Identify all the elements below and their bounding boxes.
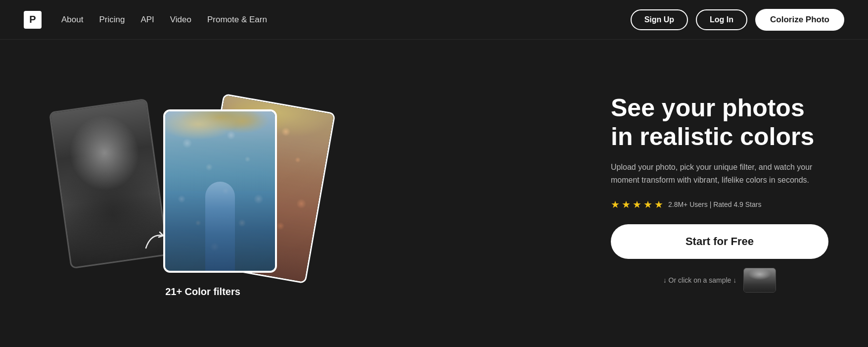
hero-images: 21+ Color filters bbox=[30, 75, 376, 312]
nav-links: About Pricing API Video Promote & Earn bbox=[61, 15, 267, 25]
navbar: P About Pricing API Video Promote & Earn… bbox=[0, 0, 868, 40]
hero-content: See your photos in realistic colors Uplo… bbox=[591, 94, 828, 292]
star-5: ★ bbox=[654, 198, 663, 210]
rating-row: ★ ★ ★ ★ ★ 2.8M+ Users | Rated 4.9 Stars bbox=[611, 198, 828, 210]
colorize-button[interactable]: Colorize Photo bbox=[755, 9, 844, 31]
nav-about[interactable]: About bbox=[61, 15, 83, 25]
login-button[interactable]: Log In bbox=[696, 9, 747, 30]
arrow-decoration bbox=[141, 228, 171, 257]
star-4: ★ bbox=[643, 198, 652, 210]
sample-text: ↓ Or click on a sample ↓ bbox=[663, 276, 737, 284]
logo[interactable]: P bbox=[24, 11, 42, 29]
color-filters-label: 21+ Color filters bbox=[165, 286, 240, 297]
person-silhouette bbox=[205, 182, 235, 271]
sample-thumbnail[interactable] bbox=[743, 268, 776, 293]
star-rating: ★ ★ ★ ★ ★ bbox=[611, 198, 663, 210]
sample-row: ↓ Or click on a sample ↓ bbox=[611, 268, 828, 293]
navbar-right: Sign Up Log In Colorize Photo bbox=[631, 9, 844, 31]
star-3: ★ bbox=[633, 198, 641, 210]
nav-video[interactable]: Video bbox=[170, 15, 191, 25]
signup-button[interactable]: Sign Up bbox=[631, 9, 688, 30]
hero-title: See your photos in realistic colors bbox=[611, 94, 828, 151]
hero-section: 21+ Color filters See your photos in rea… bbox=[0, 40, 868, 347]
nav-api[interactable]: API bbox=[140, 15, 154, 25]
photo-center-card bbox=[163, 109, 277, 273]
sample-thumb-image bbox=[744, 268, 776, 292]
logo-text: P bbox=[29, 14, 36, 25]
start-free-button[interactable]: Start for Free bbox=[611, 224, 828, 259]
nav-pricing[interactable]: Pricing bbox=[99, 15, 125, 25]
nav-promote[interactable]: Promote & Earn bbox=[207, 15, 267, 25]
rating-text: 2.8M+ Users | Rated 4.9 Stars bbox=[668, 200, 761, 208]
star-2: ★ bbox=[622, 198, 631, 210]
star-1: ★ bbox=[611, 198, 620, 210]
navbar-left: P About Pricing API Video Promote & Earn bbox=[24, 11, 267, 29]
hero-subtitle: Upload your photo, pick your unique filt… bbox=[611, 161, 828, 186]
